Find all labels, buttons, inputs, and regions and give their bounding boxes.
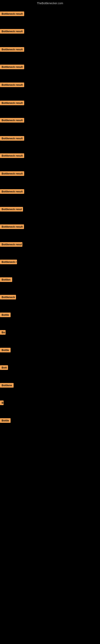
bottleneck-row-22: Bottlene [0, 383, 14, 388]
bottleneck-badge-5[interactable]: Bottleneck result [0, 82, 24, 87]
bottleneck-row-3: Bottleneck result [0, 47, 24, 52]
bottleneck-row-24: Bottle [0, 418, 11, 424]
bottleneck-badge-7[interactable]: Bottleneck result [0, 118, 24, 122]
bottleneck-badge-21[interactable]: Bott [0, 365, 8, 370]
bottleneck-row-5: Bottleneck result [0, 82, 24, 88]
bottleneck-badge-22[interactable]: Bottlene [0, 383, 14, 388]
bottleneck-badge-13[interactable]: Bottleneck result [0, 224, 24, 229]
bottleneck-row-4: Bottleneck result [0, 64, 24, 70]
bottleneck-row-19: Bo [0, 330, 6, 336]
bottleneck-badge-3[interactable]: Bottleneck result [0, 47, 24, 52]
bottleneck-badge-23[interactable]: B [0, 400, 3, 405]
site-title: TheBottlenecker.com [0, 0, 100, 6]
bottleneck-row-13: Bottleneck result [0, 224, 24, 230]
bottleneck-row-8: Bottleneck result [0, 136, 24, 142]
bottleneck-badge-8[interactable]: Bottleneck result [0, 136, 24, 141]
bottleneck-badge-17[interactable]: Bottleneck [0, 295, 16, 300]
bottleneck-badge-10[interactable]: Bottleneck result [0, 171, 24, 176]
bottleneck-row-21: Bott [0, 365, 8, 371]
bottleneck-badge-19[interactable]: Bo [0, 330, 6, 335]
bottleneck-row-16: Bottlen [0, 277, 12, 283]
bottleneck-badge-11[interactable]: Bottleneck result [0, 189, 24, 194]
bottleneck-badge-4[interactable]: Bottleneck result [0, 64, 24, 69]
bottleneck-row-20: Bottle [0, 348, 11, 353]
bottleneck-row-9: Bottleneck result [0, 153, 24, 159]
bottleneck-row-6: Bottleneck result [0, 100, 24, 106]
bottleneck-row-18: Bottle [0, 312, 11, 318]
bottleneck-row-2: Bottleneck result [0, 29, 24, 34]
bottleneck-badge-24[interactable]: Bottle [0, 418, 11, 423]
bottleneck-row-11: Bottleneck result [0, 189, 24, 194]
bottleneck-row-10: Bottleneck result [0, 171, 24, 177]
bottleneck-badge-20[interactable]: Bottle [0, 348, 11, 352]
bottleneck-badge-9[interactable]: Bottleneck result [0, 153, 24, 158]
bottleneck-badge-15[interactable]: Bottleneck r [0, 260, 17, 264]
bottleneck-badge-16[interactable]: Bottlen [0, 277, 12, 282]
bottleneck-row-12: Bottleneck resul [0, 207, 23, 212]
bottleneck-row-15: Bottleneck r [0, 260, 17, 265]
bottleneck-badge-1[interactable]: Bottleneck result [0, 12, 24, 16]
bottleneck-badge-14[interactable]: Bottleneck resul [0, 242, 22, 247]
bottleneck-badge-18[interactable]: Bottle [0, 312, 11, 317]
bottleneck-badge-12[interactable]: Bottleneck resul [0, 207, 23, 212]
bottleneck-row-7: Bottleneck result [0, 118, 24, 123]
bottleneck-badge-6[interactable]: Bottleneck result [0, 100, 24, 105]
bottleneck-row-14: Bottleneck resul [0, 242, 22, 248]
bottleneck-row-1: Bottleneck result [0, 12, 24, 17]
bottleneck-badge-2[interactable]: Bottleneck result [0, 29, 24, 34]
bottleneck-row-23: B [0, 400, 3, 406]
bottleneck-row-17: Bottleneck [0, 295, 16, 300]
